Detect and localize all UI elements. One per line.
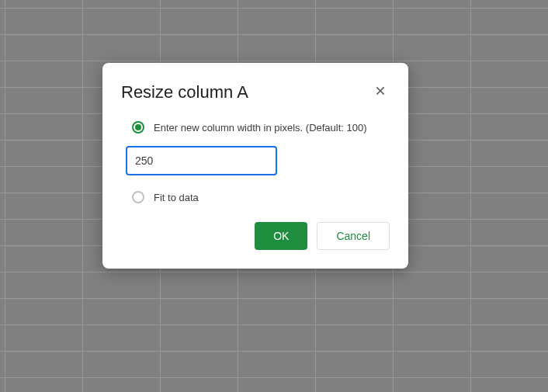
dialog-footer: OK Cancel (121, 222, 390, 250)
ok-button[interactable]: OK (255, 222, 307, 250)
radio-enter-pixels-label: Enter new column width in pixels. (Defau… (154, 122, 367, 134)
dialog-title: Resize column A (121, 82, 248, 102)
option-fit-to-data[interactable]: Fit to data (121, 191, 390, 203)
radio-fit-to-data[interactable] (132, 191, 144, 203)
cancel-button[interactable]: Cancel (317, 222, 390, 250)
radio-enter-pixels[interactable] (132, 121, 144, 134)
radio-fit-to-data-label: Fit to data (154, 192, 199, 203)
dialog-header: Resize column A (121, 82, 390, 102)
option-enter-pixels[interactable]: Enter new column width in pixels. (Defau… (121, 121, 390, 134)
close-icon (374, 85, 387, 99)
close-button[interactable] (371, 82, 390, 102)
column-width-input[interactable] (126, 146, 277, 175)
resize-column-dialog: Resize column A Enter new column width i… (102, 63, 408, 269)
